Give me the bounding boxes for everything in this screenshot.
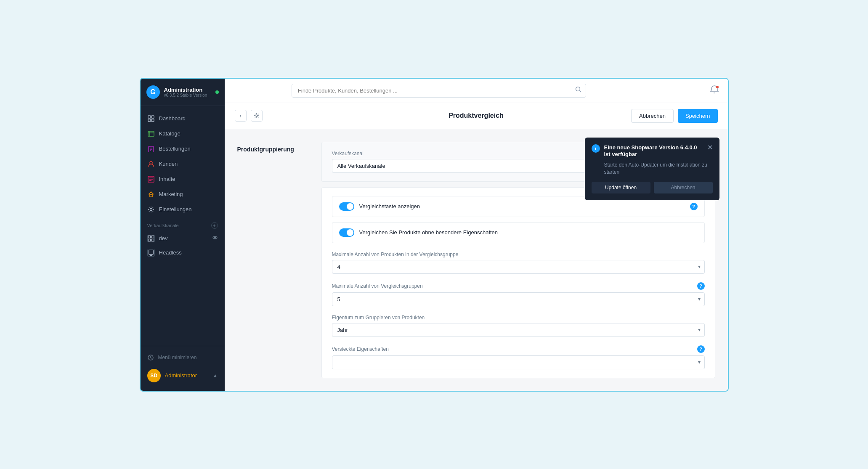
sidebar-item-headless[interactable]: Headless <box>141 246 225 260</box>
save-button[interactable]: Speichern <box>678 109 718 123</box>
eye-icon <box>212 235 218 242</box>
max-products-group: Maximale Anzahl von Produkten in der Ver… <box>332 252 705 274</box>
svg-point-28 <box>576 87 580 91</box>
sidebar-item-kataloge[interactable]: Kataloge <box>141 126 225 141</box>
svg-rect-0 <box>148 116 151 118</box>
svg-rect-24 <box>149 250 153 254</box>
max-groups-select[interactable]: 5 <box>332 292 705 306</box>
add-channel-button[interactable]: + <box>211 222 218 229</box>
search-icon <box>575 86 582 95</box>
help-icon-1[interactable]: ? <box>690 203 698 210</box>
section-title: Produktgruppierung <box>237 142 313 378</box>
page-title: Produktvergleich <box>449 112 504 119</box>
toast-actions: Update öffnen Abbrechen <box>592 182 713 193</box>
toggle-row-2: Vergleichen Sie Produkte ohne besondere … <box>332 222 705 243</box>
headless-channel-label: Headless <box>159 249 182 256</box>
einstellungen-label: Einstellungen <box>159 206 192 212</box>
sales-channels-section: Verkaufskanäle + <box>141 217 225 231</box>
form-card-main: Vergleichstaste anzeigen ? Vergleichen S… <box>321 187 715 378</box>
search-container <box>292 84 586 98</box>
toast-notification: i Eine neue Shopware Version 6.4.0.0 ist… <box>585 138 719 200</box>
status-dot <box>215 90 219 94</box>
group-property-label: Eigentum zum Gruppieren von Produkten <box>332 315 705 321</box>
max-products-select[interactable]: 4 <box>332 260 705 274</box>
toast-title: Eine neue Shopware Version 6.4.0.0 ist v… <box>604 144 703 159</box>
einstellungen-icon <box>147 206 155 213</box>
bestellungen-icon <box>147 145 155 153</box>
svg-rect-20 <box>148 239 150 241</box>
svg-point-11 <box>150 162 152 164</box>
hidden-props-label: Versteckte Eigenschaften <box>332 346 389 352</box>
sidebar-nav: Dashboard Kataloge Bestellungen Kunden <box>141 106 225 346</box>
svg-point-17 <box>150 208 152 210</box>
svg-point-32 <box>256 115 257 117</box>
hidden-props-select[interactable] <box>332 355 705 369</box>
toggle-2-label: Vergleichen Sie Produkte ohne besondere … <box>359 229 698 236</box>
page-header: ‹ Produktvergleich Abbrechen Speichern <box>225 103 728 129</box>
inhalte-label: Inhalte <box>159 176 175 182</box>
toast-body: Starte den Auto-Updater um die Installat… <box>592 162 713 176</box>
svg-rect-18 <box>148 236 150 238</box>
svg-rect-21 <box>151 239 154 241</box>
svg-rect-16 <box>150 194 152 197</box>
sales-channels-label: Verkaufskanäle <box>147 223 179 228</box>
svg-rect-1 <box>151 116 154 118</box>
toast-cancel-button[interactable]: Abbrechen <box>654 182 713 193</box>
kataloge-icon <box>147 130 155 138</box>
back-button[interactable]: ‹ <box>235 110 247 122</box>
sidebar-item-dashboard[interactable]: Dashboard <box>141 111 225 126</box>
headless-channel-icon <box>147 249 155 257</box>
app-logo: G <box>146 85 160 99</box>
kunden-icon <box>147 160 155 168</box>
svg-line-29 <box>579 91 581 93</box>
help-icon-2[interactable]: ? <box>697 282 705 290</box>
max-products-label: Maximale Anzahl von Produkten in der Ver… <box>332 252 459 257</box>
user-bar[interactable]: SD Administrator ▲ <box>141 365 225 387</box>
clock-icon <box>147 354 154 361</box>
toggle-compare-button[interactable] <box>339 202 354 211</box>
sidebar-item-marketing[interactable]: Marketing <box>141 187 225 202</box>
toast-update-button[interactable]: Update öffnen <box>592 182 650 193</box>
minimize-label: Menü minimieren <box>158 355 197 360</box>
form-card-body: Vergleichstaste anzeigen ? Vergleichen S… <box>322 188 715 378</box>
sidebar-item-einstellungen[interactable]: Einstellungen <box>141 202 225 217</box>
group-property-select[interactable]: Jahr <box>332 323 705 337</box>
content-area: Produktgruppierung Verkaufskanal Alle Ve… <box>225 129 728 391</box>
inhalte-icon <box>147 175 155 183</box>
notification-button[interactable] <box>710 85 719 96</box>
app-name: Administration <box>164 87 207 93</box>
dashboard-label: Dashboard <box>159 115 186 122</box>
sidebar: G Administration v6.3.5.2 Stable Version… <box>141 79 225 391</box>
bestellungen-label: Bestellungen <box>159 146 191 152</box>
toast-close-button[interactable]: ✕ <box>707 144 713 151</box>
help-icon-3[interactable]: ? <box>697 345 705 353</box>
toggle-1-label: Vergleichstaste anzeigen <box>359 203 685 209</box>
marketing-label: Marketing <box>159 191 183 197</box>
dashboard-icon <box>147 115 155 122</box>
marketing-icon <box>147 191 155 198</box>
cancel-button[interactable]: Abbrechen <box>631 109 674 123</box>
sidebar-footer: Menü minimieren SD Administrator ▲ <box>141 346 225 391</box>
toast-header: i Eine neue Shopware Version 6.4.0.0 ist… <box>592 144 713 159</box>
toast-info-icon: i <box>592 144 600 153</box>
chevron-up-icon: ▲ <box>213 373 218 379</box>
minimize-menu-button[interactable]: Menü minimieren <box>141 350 225 365</box>
hidden-props-select-wrapper: ▾ <box>332 355 705 369</box>
sidebar-item-kunden[interactable]: Kunden <box>141 156 225 172</box>
kunden-label: Kunden <box>159 161 178 167</box>
sidebar-item-inhalte[interactable]: Inhalte <box>141 172 225 187</box>
max-groups-select-wrapper: 5 ▾ <box>332 292 705 306</box>
app-version: v6.3.5.2 Stable Version <box>164 93 207 98</box>
search-input[interactable] <box>292 84 586 98</box>
app-info: Administration v6.3.5.2 Stable Version <box>164 87 207 98</box>
settings-button[interactable] <box>251 110 263 122</box>
sidebar-item-bestellungen[interactable]: Bestellungen <box>141 141 225 156</box>
sidebar-item-dev[interactable]: dev <box>141 231 225 246</box>
toggle-no-special-props[interactable] <box>339 228 354 237</box>
svg-point-23 <box>214 237 215 238</box>
top-bar <box>225 79 728 103</box>
svg-rect-4 <box>148 131 154 136</box>
svg-rect-2 <box>148 119 151 122</box>
max-groups-group: Maximale Anzahl von Vergleichsgruppen ? … <box>332 282 705 306</box>
svg-rect-3 <box>151 119 154 122</box>
